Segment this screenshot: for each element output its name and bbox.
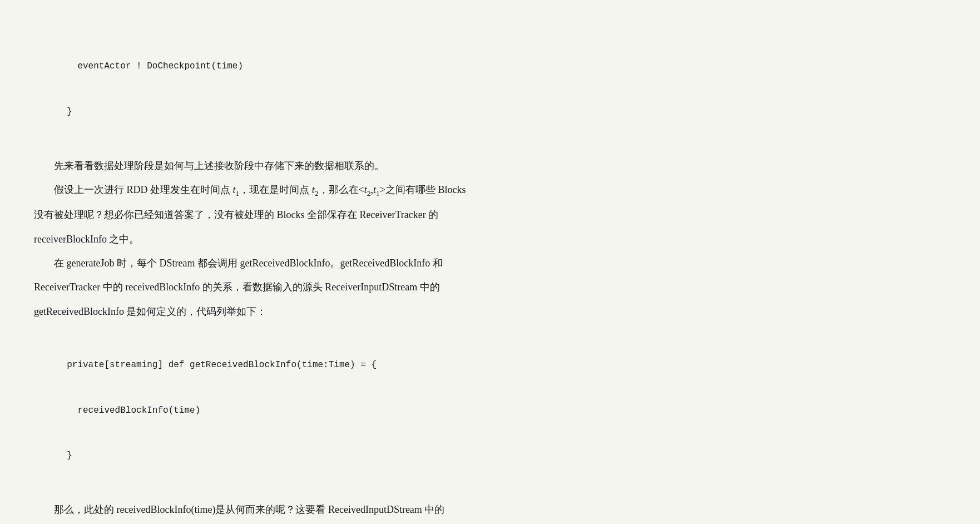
- paragraph-7: getReceivedBlockInfo 是如何定义的，代码列举如下：: [34, 303, 946, 321]
- paragraph-2: 假设上一次进行 RDD 处理发生在时间点 t1，现在是时间点 t2，那么在<t2…: [34, 181, 946, 201]
- code-line: receivedBlockInfo(time): [56, 403, 946, 418]
- paragraph-4: receiverBlockInfo 之中。: [34, 230, 946, 249]
- code-block-1: eventActor ! DoCheckpoint(time) }: [56, 29, 946, 150]
- paragraph-6: ReceiverTracker 中的 receivedBlockInfo 的关系…: [34, 278, 946, 296]
- code-line: }: [56, 448, 946, 463]
- code-block-2: private[streaming] def getReceivedBlockI…: [56, 328, 946, 494]
- paragraph-1: 先来看看数据处理阶段是如何与上述接收阶段中存储下来的数据相联系的。: [34, 157, 946, 175]
- paragraph-8: 那么，此处的 receivedBlockInfo(time)是从何而来的呢？这要…: [34, 501, 946, 519]
- code-line: eventActor ! DoCheckpoint(time): [56, 59, 946, 74]
- page-content: eventActor ! DoCheckpoint(time) } 先来看看数据…: [34, 29, 946, 524]
- paragraph-5: 在 generateJob 时，每个 DStream 都会调用 getRecei…: [34, 254, 946, 273]
- code-line: }: [56, 105, 946, 120]
- code-line: private[streaming] def getReceivedBlockI…: [56, 358, 946, 373]
- paragraph-3: 没有被处理呢？想必你已经知道答案了，没有被处理的 Blocks 全部保存在 Re…: [34, 206, 946, 224]
